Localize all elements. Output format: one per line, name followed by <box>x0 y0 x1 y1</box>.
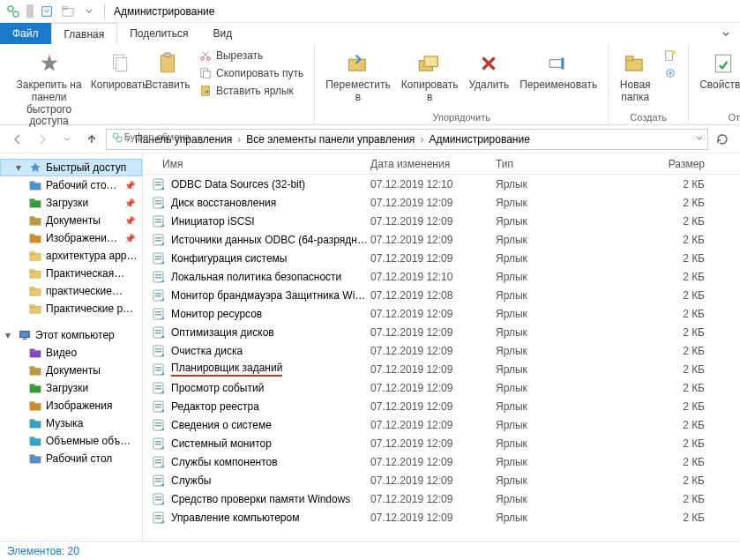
svg-rect-32 <box>30 217 34 220</box>
copy-button[interactable]: Копировать <box>94 48 144 93</box>
file-row[interactable]: Службы07.12.2019 12:09Ярлык2 КБ <box>143 471 740 489</box>
svg-rect-67 <box>155 221 161 223</box>
column-headers[interactable]: Имя Дата изменения Тип Размер <box>143 153 740 175</box>
svg-rect-79 <box>155 295 161 297</box>
file-row[interactable]: Монитор брандмауэра Защитника Win…07.12.… <box>143 286 740 304</box>
shortcut-icon <box>152 270 166 284</box>
new-folder-button[interactable]: Новая папка <box>616 48 654 106</box>
file-row[interactable]: Монитор ресурсов07.12.2019 12:09Ярлык2 К… <box>143 304 740 323</box>
qat-properties-icon[interactable] <box>37 2 56 21</box>
tab-home[interactable]: Главная <box>51 23 118 44</box>
documents-icon <box>28 363 42 377</box>
file-row[interactable]: Оптимизация дисков07.12.2019 12:09Ярлык2… <box>143 323 740 341</box>
shortcut-icon <box>152 233 166 247</box>
svg-rect-40 <box>30 287 34 290</box>
svg-rect-6 <box>116 58 127 71</box>
refresh-button[interactable] <box>712 129 733 150</box>
svg-rect-105 <box>155 459 161 461</box>
svg-rect-54 <box>30 420 34 422</box>
paste-shortcut-button[interactable]: Вставить ярлык <box>195 83 307 99</box>
shortcut-icon <box>152 437 166 451</box>
col-size[interactable]: Размер <box>602 158 740 170</box>
col-name[interactable]: Имя <box>143 158 370 170</box>
sidebar-item[interactable]: Загрузки <box>0 379 142 397</box>
shortcut-icon <box>152 399 166 414</box>
sidebar-quick-access[interactable]: ▾ Быстрый доступ <box>0 159 142 176</box>
col-date[interactable]: Дата изменения <box>370 158 496 170</box>
sidebar-item[interactable]: Объемные объ… <box>0 432 142 450</box>
breadcrumb-2[interactable]: Администрирование <box>425 133 533 146</box>
file-row[interactable]: Редактор реестра07.12.2019 12:09Ярлык2 К… <box>143 397 740 415</box>
file-row[interactable]: Управление компьютером07.12.2019 12:09Яр… <box>143 508 740 526</box>
music-icon <box>28 416 42 430</box>
file-row[interactable]: Локальная политика безопасности07.12.201… <box>143 267 740 286</box>
sidebar-item[interactable]: Изображения <box>0 397 142 414</box>
shortcut-icon <box>152 511 166 525</box>
documents-icon <box>28 213 42 228</box>
svg-rect-42 <box>30 305 34 308</box>
file-row[interactable]: Инициатор iSCSI07.12.2019 12:09Ярлык2 КБ <box>143 212 740 230</box>
file-row[interactable]: Очистка диска07.12.2019 12:09Ярлык2 КБ <box>143 341 740 360</box>
sidebar-item[interactable]: Практические р… <box>0 300 142 317</box>
copy-to-button[interactable]: Копировать в <box>398 48 462 106</box>
tab-file[interactable]: Файл <box>0 23 51 44</box>
addr-dropdown-icon[interactable] <box>695 133 704 146</box>
sidebar-item[interactable]: архитектура app… <box>0 247 142 265</box>
svg-rect-16 <box>424 56 437 67</box>
delete-button[interactable]: Удалить <box>465 48 512 93</box>
copy-path-button[interactable]: Скопировать путь <box>195 65 307 81</box>
qat-dropdown-icon[interactable] <box>79 2 99 21</box>
cut-button[interactable]: Вырезать <box>195 48 307 63</box>
svg-rect-93 <box>155 385 161 387</box>
file-row[interactable]: Просмотр событий07.12.2019 12:09Ярлык2 К… <box>143 378 740 397</box>
shortcut-icon <box>152 288 166 302</box>
tab-share[interactable]: Поделиться <box>117 23 200 44</box>
sidebar-item[interactable]: Практическая… <box>0 265 142 282</box>
svg-rect-114 <box>155 515 161 517</box>
sidebar-item[interactable]: Рабочий стол <box>0 450 142 467</box>
file-row[interactable]: Диск восстановления07.12.2019 12:09Ярлык… <box>143 193 740 212</box>
qat-app-icon[interactable] <box>4 2 23 21</box>
desktop-icon <box>28 178 42 192</box>
new-item-button[interactable] <box>660 48 681 63</box>
sidebar-item[interactable]: Видео <box>0 344 142 362</box>
titlebar: Администрирование <box>0 0 740 23</box>
sidebar-item[interactable]: практические… <box>0 282 142 300</box>
rename-button[interactable]: Переименовать <box>516 48 601 93</box>
easy-access-button[interactable] <box>660 65 681 81</box>
file-row[interactable]: Конфигурация системы07.12.2019 12:09Ярлы… <box>143 249 740 267</box>
file-row[interactable]: ODBC Data Sources (32-bit)07.12.2019 12:… <box>143 175 740 193</box>
ribbon-collapse-icon[interactable] <box>712 23 740 44</box>
svg-rect-50 <box>30 385 34 387</box>
pin-icon: 📌 <box>124 216 138 226</box>
downloads-icon <box>28 196 42 210</box>
sidebar-item[interactable]: Музыка <box>0 414 142 432</box>
svg-rect-7 <box>161 55 174 72</box>
col-type[interactable]: Тип <box>496 158 602 170</box>
file-row[interactable]: Системный монитор07.12.2019 12:09Ярлык2 … <box>143 434 740 452</box>
tab-view[interactable]: Вид <box>200 23 244 44</box>
sidebar-item[interactable]: Загрузки📌 <box>0 194 142 212</box>
move-to-button[interactable]: Переместить в <box>322 48 394 106</box>
paste-button[interactable]: Вставить <box>147 48 188 93</box>
properties-button[interactable]: Свойства <box>696 48 740 93</box>
file-row[interactable]: Средство проверки памяти Windows07.12.20… <box>143 489 740 508</box>
sidebar-item[interactable]: Рабочий сто…📌 <box>0 176 142 194</box>
sidebar-item[interactable]: Документы <box>0 362 142 379</box>
file-row[interactable]: Планировщик заданий07.12.2019 12:09Ярлык… <box>143 360 740 378</box>
svg-rect-60 <box>155 182 161 183</box>
sidebar-item[interactable]: Документы📌 <box>0 212 142 229</box>
svg-rect-106 <box>155 462 161 464</box>
sidebar-item[interactable]: Изображени…📌 <box>0 229 142 247</box>
svg-rect-81 <box>155 311 161 313</box>
shortcut-icon <box>152 344 166 358</box>
qat-new-folder-icon[interactable] <box>58 2 78 21</box>
svg-rect-30 <box>30 199 34 202</box>
status-bar: Элементов: 20 <box>0 541 740 560</box>
file-row[interactable]: Службы компонентов07.12.2019 12:09Ярлык2… <box>143 452 740 471</box>
sidebar-this-pc[interactable]: ▾ Этот компьютер <box>0 326 142 344</box>
svg-rect-69 <box>155 237 161 239</box>
pin-to-quick-access-button[interactable]: Закрепить на панели быстрого доступа <box>7 48 91 130</box>
file-row[interactable]: Источники данных ODBC (64-разрядна…07.12… <box>143 230 740 249</box>
file-row[interactable]: Сведения о системе07.12.2019 12:09Ярлык2… <box>143 415 740 434</box>
